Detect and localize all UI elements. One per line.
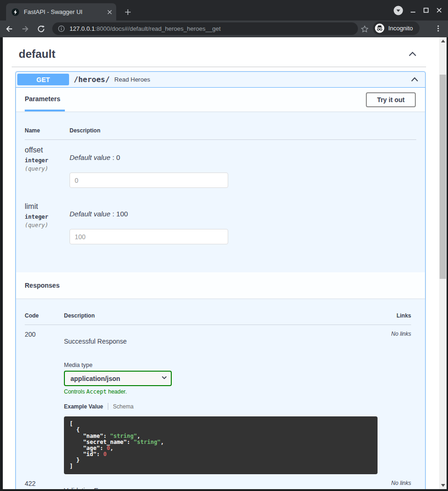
col-description: Description <box>70 127 416 134</box>
forward-icon[interactable] <box>19 22 32 35</box>
tab-title: FastAPI - Swagger UI <box>24 8 107 15</box>
parameters-table-head: Name Description <box>25 118 416 140</box>
operation-path: /heroes/ <box>74 75 110 84</box>
limit-input[interactable] <box>70 229 228 244</box>
back-icon[interactable] <box>3 22 16 35</box>
minimize-button[interactable] <box>410 7 416 14</box>
responses-title: Responses <box>25 282 60 289</box>
responses-header: Responses <box>16 272 425 298</box>
parameters-header: Parameters Try it out <box>16 88 425 111</box>
try-it-out-button[interactable]: Try it out <box>366 92 416 107</box>
param-in: (query) <box>25 222 70 228</box>
param-row-limit: limit integer (query) Default value : 10… <box>25 196 416 244</box>
tab-parameters[interactable]: Parameters <box>25 88 65 111</box>
tab-separator <box>108 403 108 410</box>
opblock-get-heroes: GET /heroes/ Read Heroes Parameters Try … <box>15 71 426 489</box>
response-description: Validation Error <box>64 487 383 489</box>
note-suffix: header. <box>106 388 126 395</box>
response-row-422: 422 Validation Error No links <box>25 474 411 489</box>
incognito-badge: Incognito <box>373 21 420 35</box>
url-text[interactable]: 127.0.0.1:8000/docs#/default/read_heroes… <box>70 25 221 32</box>
incognito-icon <box>375 23 385 33</box>
param-type: integer <box>25 214 70 220</box>
param-desc-cell: Default value : 0 <box>70 146 416 188</box>
param-name: limit <box>25 202 70 211</box>
default-label: Default value <box>70 210 111 218</box>
operation-summary: Read Heroes <box>114 76 411 83</box>
url-host: 127.0.0.1 <box>70 25 95 32</box>
parameters-title: Parameters <box>25 95 60 103</box>
responses-table-head: Code Description Links <box>25 305 411 325</box>
note-prefix: Controls <box>64 388 86 395</box>
reload-icon[interactable] <box>35 22 48 35</box>
tag-title: default <box>19 48 56 61</box>
param-row-offset: offset integer (query) Default value : 0 <box>25 140 416 188</box>
example-code[interactable]: [ { "name": "string", "secret_name": "st… <box>64 416 378 474</box>
controls-accept-note: Controls Accept header. <box>64 388 383 395</box>
incognito-label: Incognito <box>388 25 413 32</box>
param-name-cell: offset integer (query) <box>25 146 70 188</box>
response-links: No links <box>383 331 411 474</box>
responses-table: Code Description Links 200 Successful Re… <box>16 298 425 489</box>
tab-schema[interactable]: Schema <box>113 403 133 410</box>
browser-update-icon[interactable] <box>393 6 403 15</box>
opblock-summary[interactable]: GET /heroes/ Read Heroes <box>16 72 425 88</box>
media-type-select[interactable]: application/json <box>64 371 172 386</box>
col-name: Name <box>25 127 70 134</box>
response-code: 422 <box>25 480 64 489</box>
param-desc-cell: Default value : 100 <box>70 202 416 244</box>
param-default: Default value : 0 <box>70 153 416 161</box>
param-default: Default value : 100 <box>70 210 416 218</box>
default-sep: : <box>111 210 117 218</box>
info-icon[interactable] <box>58 25 65 32</box>
url-path: :8000/docs#/default/read_heroes_heroes__… <box>95 25 221 32</box>
maximize-button[interactable] <box>423 7 429 14</box>
new-tab-button[interactable] <box>122 7 133 18</box>
default-value: 0 <box>116 153 120 161</box>
scroll-down-icon[interactable] <box>439 482 447 489</box>
model-tabs: Example Value Schema <box>64 403 383 410</box>
browser-tab[interactable]: FastAPI - Swagger UI <box>6 3 116 21</box>
tab-close-icon[interactable] <box>107 9 112 15</box>
default-sep: : <box>111 153 117 161</box>
close-button[interactable] <box>436 7 442 14</box>
offset-input[interactable] <box>70 173 228 188</box>
tab-example-value[interactable]: Example Value <box>64 403 103 410</box>
bookmark-star-icon[interactable] <box>360 24 369 34</box>
tag-header[interactable]: default <box>12 37 426 67</box>
response-code: 200 <box>25 331 64 474</box>
media-type-label: Media type <box>64 362 383 368</box>
scroll-up-icon[interactable] <box>439 37 447 45</box>
browser-tabstrip: FastAPI - Swagger UI <box>0 0 448 21</box>
col-description: Description <box>64 312 383 319</box>
response-row-200: 200 Successful Response Media type appli… <box>25 325 411 474</box>
response-desc-cell: Validation Error <box>64 480 383 489</box>
method-badge: GET <box>17 74 69 85</box>
default-value: 100 <box>116 210 128 218</box>
scrollbar-thumb[interactable] <box>440 75 446 279</box>
collapse-chevron-icon[interactable] <box>408 51 417 57</box>
col-code: Code <box>25 312 64 319</box>
response-description: Successful Response <box>64 338 383 345</box>
param-type: integer <box>25 157 70 164</box>
param-in: (query) <box>25 166 70 172</box>
default-label: Default value <box>70 153 111 161</box>
opblock-collapse-chevron-icon[interactable] <box>411 77 419 82</box>
col-links: Links <box>383 312 411 319</box>
param-name-cell: limit integer (query) <box>25 202 70 244</box>
fastapi-favicon-icon <box>12 8 19 16</box>
page-scrollbar[interactable] <box>439 37 447 489</box>
address-bar[interactable]: 127.0.0.1:8000/docs#/default/read_heroes… <box>52 22 358 35</box>
parameters-table: Name Description offset integer (query) … <box>16 111 425 272</box>
response-links: No links <box>383 480 411 489</box>
tag-section: default <box>12 37 426 67</box>
swagger-page: default GET /heroes/ Read Heroes Paramet… <box>3 37 439 489</box>
response-desc-cell: Successful Response Media type applicati… <box>64 331 383 474</box>
media-type-select-wrap: application/json <box>64 371 172 386</box>
browser-menu-icon[interactable] <box>433 23 443 34</box>
param-name: offset <box>25 146 70 154</box>
note-code: Accept <box>86 388 106 395</box>
